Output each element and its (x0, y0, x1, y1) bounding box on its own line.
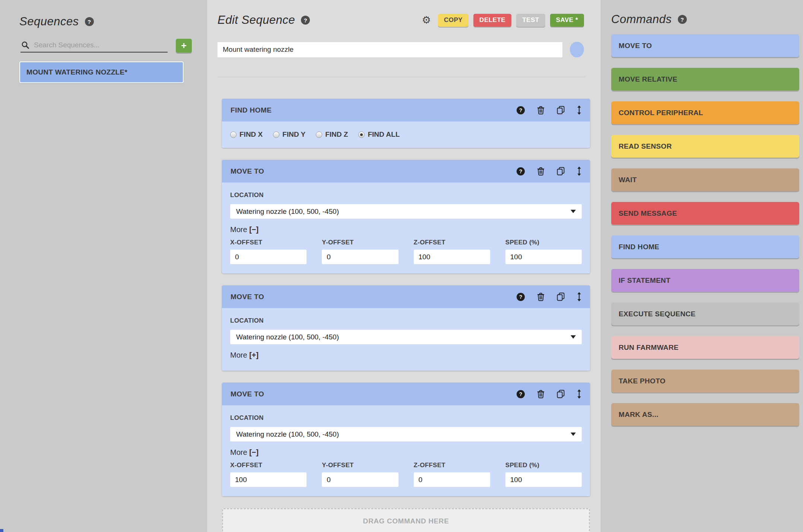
step-header[interactable]: MOVE TO ? (222, 285, 590, 308)
command-move-to[interactable]: MOVE TO (611, 34, 799, 57)
chevron-down-icon (571, 433, 576, 436)
radio-find-y[interactable]: FIND Y (273, 130, 305, 139)
location-label: LOCATION (230, 191, 582, 199)
speed-input[interactable] (505, 472, 582, 487)
sequence-list-item[interactable]: MOUNT WATERING NOZZLE* (19, 61, 184, 83)
trash-icon[interactable] (537, 106, 545, 114)
command-read-sensor[interactable]: READ SENSOR (611, 135, 799, 158)
help-icon[interactable]: ? (517, 167, 525, 175)
trash-icon[interactable] (537, 292, 545, 301)
delete-button[interactable]: DELETE (473, 14, 511, 27)
sequences-panel: Sequences ? + MOUNT WATERING NOZZLE* (0, 0, 207, 532)
drag-handle-icon[interactable] (577, 167, 581, 176)
y-offset-input[interactable] (322, 472, 398, 487)
step-move-to-2: MOVE TO ? LOCAT (222, 285, 590, 371)
sequence-search-row: + (20, 39, 207, 53)
farmbot-sequence-editor: Sequences ? + MOUNT WATERING NOZZLE* Edi… (0, 0, 803, 532)
chevron-down-icon (571, 335, 576, 339)
commands-help-icon[interactable]: ? (678, 15, 687, 24)
step-body: LOCATION Watering nozzle (100, 500, -450… (222, 308, 590, 371)
sequences-help-icon[interactable]: ? (85, 17, 94, 26)
radio-find-z[interactable]: FIND Z (316, 130, 348, 139)
sequence-color-swatch[interactable] (570, 42, 584, 57)
help-icon[interactable]: ? (517, 293, 525, 301)
x-offset-input[interactable] (230, 250, 307, 264)
speed-input[interactable] (505, 250, 582, 264)
radio-find-all[interactable]: FIND ALL (358, 130, 400, 139)
location-label: LOCATION (230, 414, 582, 422)
divider (218, 77, 586, 77)
step-body: LOCATION Watering nozzle (100, 500, -450… (222, 183, 590, 273)
command-list: MOVE TO MOVE RELATIVE CONTROL PERIPHERAL… (611, 34, 799, 426)
command-send-message[interactable]: SEND MESSAGE (611, 202, 799, 225)
command-run-farmware[interactable]: RUN FARMWARE (611, 336, 799, 359)
location-select[interactable]: Watering nozzle (100, 500, -450) (230, 204, 582, 219)
more-toggle[interactable]: More [−] (230, 225, 258, 234)
location-select[interactable]: Watering nozzle (100, 500, -450) (230, 427, 582, 441)
edit-sequence-title: Edit Sequence (218, 13, 295, 27)
step-header[interactable]: MOVE TO ? (222, 160, 590, 183)
step-body: LOCATION Watering nozzle (100, 500, -450… (222, 405, 590, 496)
bottom-left-corner-artifact (0, 529, 3, 532)
step-body: FIND X FIND Y FIND Z FIND ALL (222, 121, 590, 148)
edit-sequence-panel: Edit Sequence ? ⚙ COPY DELETE TEST SAVE … (207, 0, 601, 532)
add-sequence-button[interactable]: + (176, 39, 192, 53)
drag-command-drop-target[interactable]: DRAG COMMAND HERE (222, 508, 590, 532)
radio-find-x[interactable]: FIND X (230, 130, 263, 139)
location-label: LOCATION (230, 317, 582, 324)
save-button[interactable]: SAVE * (550, 14, 584, 27)
z-offset-input[interactable] (414, 250, 490, 264)
drag-handle-icon[interactable] (577, 105, 581, 115)
step-move-to-1: MOVE TO ? LOCAT (222, 160, 590, 273)
copy-step-icon[interactable] (557, 167, 565, 175)
command-if-statement[interactable]: IF STATEMENT (611, 269, 799, 292)
copy-step-icon[interactable] (557, 106, 565, 114)
location-select[interactable]: Watering nozzle (100, 500, -450) (230, 330, 582, 344)
command-find-home[interactable]: FIND HOME (611, 235, 799, 258)
copy-button[interactable]: COPY (438, 14, 469, 27)
command-wait[interactable]: WAIT (611, 168, 799, 191)
command-take-photo[interactable]: TAKE PHOTO (611, 370, 799, 392)
test-button[interactable]: TEST (516, 14, 545, 27)
copy-step-icon[interactable] (557, 390, 565, 398)
chevron-down-icon (571, 210, 576, 213)
sequence-toolbar: ⚙ COPY DELETE TEST SAVE * (422, 14, 584, 27)
more-toggle[interactable]: More [+] (230, 351, 258, 360)
trash-icon[interactable] (537, 390, 545, 398)
sequence-name-input[interactable] (218, 42, 562, 57)
gear-icon[interactable]: ⚙ (422, 15, 431, 25)
search-sequences-input[interactable] (34, 41, 167, 49)
command-mark-as[interactable]: MARK AS... (611, 403, 799, 426)
y-offset-input[interactable] (322, 250, 398, 264)
command-control-peripheral[interactable]: CONTROL PERIPHERAL (611, 101, 799, 124)
step-list: FIND HOME ? (222, 99, 590, 532)
drag-handle-icon[interactable] (577, 292, 581, 301)
command-move-relative[interactable]: MOVE RELATIVE (611, 68, 799, 91)
edit-sequence-help-icon[interactable]: ? (301, 16, 310, 25)
step-find-home: FIND HOME ? (222, 99, 590, 148)
help-icon[interactable]: ? (517, 106, 525, 114)
z-offset-input[interactable] (414, 472, 490, 487)
x-offset-input[interactable] (230, 472, 307, 487)
command-execute-sequence[interactable]: EXECUTE SEQUENCE (611, 303, 799, 325)
drag-handle-icon[interactable] (577, 389, 581, 399)
step-move-to-3: MOVE TO ? LOCAT (222, 383, 590, 496)
more-toggle[interactable]: More [−] (230, 448, 258, 457)
search-icon (21, 41, 29, 49)
commands-title: Commands (611, 13, 672, 26)
sequences-title: Sequences (19, 15, 79, 28)
step-header[interactable]: MOVE TO ? (222, 383, 590, 405)
copy-step-icon[interactable] (557, 292, 565, 301)
help-icon[interactable]: ? (517, 390, 525, 398)
trash-icon[interactable] (537, 167, 545, 175)
step-header[interactable]: FIND HOME ? (222, 99, 590, 121)
commands-panel: Commands ? MOVE TO MOVE RELATIVE CONTROL… (601, 0, 803, 532)
